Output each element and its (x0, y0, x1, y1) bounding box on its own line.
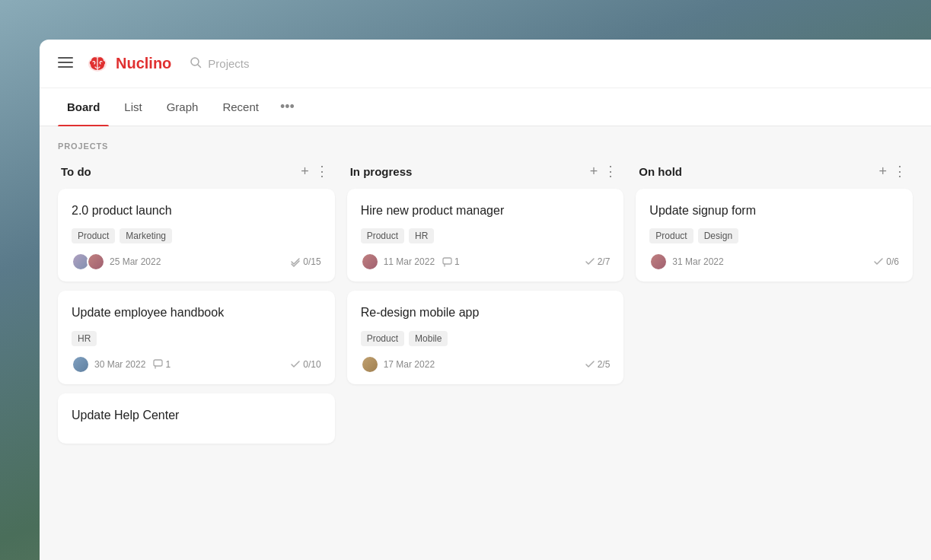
tag-hr: HR (72, 331, 97, 346)
card-date: 30 Mar 2022 (94, 359, 145, 370)
check-icon (585, 359, 595, 370)
card-meta: 11 Mar 2022 1 2/7 (361, 253, 611, 271)
tag-product: Product (649, 228, 693, 243)
header: Nuclino Projects (40, 40, 931, 88)
tag-mobile: Mobile (409, 331, 448, 346)
app-window: Nuclino Projects Board List Graph Recent… (40, 40, 931, 560)
card-checks: 2/5 (585, 359, 611, 370)
svg-rect-7 (443, 258, 451, 264)
add-onhold-icon[interactable]: + (876, 163, 891, 180)
column-todo: To do + ⋮ 2.0 product launch Product Mar… (52, 157, 341, 560)
column-title-todo: To do (61, 165, 298, 178)
tab-recent[interactable]: Recent (213, 88, 268, 126)
nav-tabs: Board List Graph Recent ••• (40, 88, 931, 126)
tag-product: Product (72, 228, 115, 243)
card-update-handbook[interactable]: Update employee handbook HR 30 Mar 2022 … (58, 291, 335, 383)
tab-list[interactable]: List (115, 88, 151, 126)
search-area[interactable]: Projects (190, 56, 249, 72)
card-tags: Product HR (361, 228, 611, 243)
svg-rect-2 (58, 66, 73, 68)
column-title-inprogress: In progress (350, 165, 587, 178)
add-todo-icon[interactable]: + (298, 163, 312, 180)
card-title: Update employee handbook (72, 304, 321, 321)
logo-icon (85, 53, 110, 75)
tab-board[interactable]: Board (58, 88, 109, 126)
check-icon (585, 256, 595, 267)
card-title: Hire new product manager (361, 202, 611, 219)
avatar (72, 355, 90, 374)
menu-icon[interactable] (58, 56, 73, 72)
card-checks: 0/10 (290, 359, 320, 370)
tabs-more-icon[interactable]: ••• (280, 99, 295, 115)
card-date: 11 Mar 2022 (384, 256, 435, 267)
card-title: Re-design mobile app (361, 304, 611, 321)
column-title-onhold: On hold (639, 165, 875, 178)
section-label: PROJECTS (40, 126, 931, 157)
logo-text: Nuclino (116, 55, 171, 72)
card-comments: 1 (153, 359, 171, 370)
avatars (361, 253, 376, 271)
search-icon (190, 56, 202, 72)
comment-icon (442, 257, 452, 267)
avatars (72, 253, 102, 271)
tab-graph[interactable]: Graph (158, 88, 208, 126)
card-title: Update signup form (649, 202, 899, 219)
avatars (72, 355, 87, 374)
card-help-center[interactable]: Update Help Center (58, 393, 335, 444)
svg-line-5 (198, 65, 201, 68)
tag-design: Design (698, 228, 738, 243)
add-inprogress-icon[interactable]: + (587, 163, 601, 180)
card-tags: Product Marketing (72, 228, 321, 243)
card-checks: 0/15 (290, 256, 320, 267)
search-placeholder: Projects (208, 57, 249, 70)
onhold-more-icon[interactable]: ⋮ (890, 163, 910, 180)
card-date: 17 Mar 2022 (384, 359, 435, 370)
card-title: Update Help Center (72, 407, 321, 424)
card-hire-product-manager[interactable]: Hire new product manager Product HR 11 M… (347, 189, 624, 282)
avatar (649, 253, 668, 271)
card-date: 31 Mar 2022 (672, 256, 723, 267)
content-area: PROJECTS To do + ⋮ 2.0 product launch Pr… (40, 126, 931, 560)
avatar (361, 253, 379, 271)
avatar (361, 355, 379, 374)
board-columns: To do + ⋮ 2.0 product launch Product Mar… (40, 157, 931, 560)
tag-hr: HR (409, 228, 434, 243)
card-meta: 31 Mar 2022 0/6 (649, 253, 899, 271)
card-checks: 0/6 (873, 256, 899, 267)
card-redesign-mobile[interactable]: Re-design mobile app Product Mobile 17 M… (347, 291, 624, 383)
tag-product: Product (361, 228, 404, 243)
card-meta: 25 Mar 2022 0/15 (72, 253, 321, 271)
card-tags: Product Mobile (361, 331, 611, 346)
column-header-onhold: On hold + ⋮ (636, 157, 913, 189)
column-inprogress: In progress + ⋮ Hire new product manager… (341, 157, 630, 560)
check-icon (290, 256, 301, 267)
avatars (649, 253, 665, 271)
column-onhold: On hold + ⋮ Update signup form Product D… (630, 157, 919, 560)
svg-rect-1 (58, 62, 73, 63)
svg-rect-0 (58, 57, 73, 59)
card-2-0-product-launch[interactable]: 2.0 product launch Product Marketing 25 … (58, 189, 335, 282)
card-tags: Product Design (649, 228, 899, 243)
logo[interactable]: Nuclino (85, 53, 171, 75)
card-checks: 2/7 (585, 256, 611, 267)
inprogress-more-icon[interactable]: ⋮ (601, 163, 620, 180)
svg-rect-6 (154, 360, 162, 366)
tag-marketing: Marketing (120, 228, 172, 243)
card-meta: 30 Mar 2022 1 0/10 (72, 355, 321, 374)
tag-product: Product (361, 331, 404, 346)
card-update-signup[interactable]: Update signup form Product Design 31 Mar… (636, 189, 913, 282)
check-icon (873, 256, 884, 267)
card-date: 25 Mar 2022 (110, 256, 161, 267)
card-meta: 17 Mar 2022 2/5 (361, 355, 611, 374)
column-header-todo: To do + ⋮ (58, 157, 335, 189)
avatar (87, 253, 105, 271)
column-header-inprogress: In progress + ⋮ (347, 157, 624, 189)
avatars (361, 355, 376, 374)
todo-more-icon[interactable]: ⋮ (312, 163, 332, 180)
comment-icon (153, 359, 163, 369)
card-title: 2.0 product launch (72, 202, 321, 219)
check-icon (290, 359, 301, 370)
card-comments: 1 (442, 256, 460, 267)
card-tags: HR (72, 331, 321, 346)
